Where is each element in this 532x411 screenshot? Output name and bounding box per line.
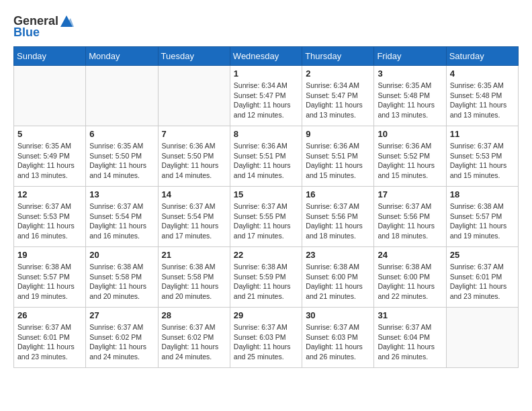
calendar-day-cell: 27Sunrise: 6:37 AM Sunset: 6:02 PM Dayli… bbox=[86, 308, 158, 368]
day-info: Sunrise: 6:37 AM Sunset: 5:54 PM Dayligh… bbox=[89, 201, 154, 241]
calendar-week-row: 1Sunrise: 6:34 AM Sunset: 5:47 PM Daylig… bbox=[14, 66, 519, 126]
calendar-day-cell: 4Sunrise: 6:35 AM Sunset: 5:48 PM Daylig… bbox=[446, 66, 518, 126]
weekday-header-thursday: Thursday bbox=[302, 47, 374, 66]
day-info: Sunrise: 6:37 AM Sunset: 6:01 PM Dayligh… bbox=[17, 322, 82, 362]
day-number: 13 bbox=[89, 189, 154, 199]
day-info: Sunrise: 6:36 AM Sunset: 5:51 PM Dayligh… bbox=[234, 141, 298, 181]
calendar-day-cell: 14Sunrise: 6:37 AM Sunset: 5:54 PM Dayli… bbox=[158, 187, 230, 247]
calendar-day-cell bbox=[14, 66, 86, 126]
calendar-day-cell: 1Sunrise: 6:34 AM Sunset: 5:47 PM Daylig… bbox=[230, 66, 302, 126]
calendar-day-cell: 25Sunrise: 6:37 AM Sunset: 6:01 PM Dayli… bbox=[446, 247, 518, 308]
day-info: Sunrise: 6:35 AM Sunset: 5:48 PM Dayligh… bbox=[378, 81, 442, 120]
day-number: 20 bbox=[89, 250, 154, 260]
calendar-day-cell: 18Sunrise: 6:38 AM Sunset: 5:57 PM Dayli… bbox=[446, 187, 518, 247]
calendar-day-cell: 9Sunrise: 6:36 AM Sunset: 5:51 PM Daylig… bbox=[302, 126, 374, 187]
weekday-header-sunday: Sunday bbox=[14, 47, 86, 66]
day-info: Sunrise: 6:36 AM Sunset: 5:51 PM Dayligh… bbox=[306, 141, 370, 181]
weekday-header-row: SundayMondayTuesdayWednesdayThursdayFrid… bbox=[14, 47, 519, 66]
day-number: 21 bbox=[162, 250, 226, 260]
calendar-day-cell: 16Sunrise: 6:37 AM Sunset: 5:56 PM Dayli… bbox=[302, 187, 374, 247]
day-info: Sunrise: 6:37 AM Sunset: 5:53 PM Dayligh… bbox=[450, 141, 515, 181]
calendar-day-cell: 11Sunrise: 6:37 AM Sunset: 5:53 PM Dayli… bbox=[446, 126, 518, 187]
calendar-day-cell: 22Sunrise: 6:38 AM Sunset: 5:59 PM Dayli… bbox=[230, 247, 302, 308]
calendar-day-cell: 20Sunrise: 6:38 AM Sunset: 5:58 PM Dayli… bbox=[86, 247, 158, 308]
day-info: Sunrise: 6:36 AM Sunset: 5:52 PM Dayligh… bbox=[378, 141, 442, 181]
day-number: 31 bbox=[378, 310, 442, 320]
day-number: 7 bbox=[162, 129, 226, 139]
weekday-header-saturday: Saturday bbox=[446, 47, 518, 66]
day-info: Sunrise: 6:37 AM Sunset: 6:01 PM Dayligh… bbox=[450, 262, 515, 302]
calendar-week-row: 26Sunrise: 6:37 AM Sunset: 6:01 PM Dayli… bbox=[14, 308, 519, 368]
day-info: Sunrise: 6:38 AM Sunset: 5:59 PM Dayligh… bbox=[234, 262, 298, 302]
calendar-week-row: 5Sunrise: 6:35 AM Sunset: 5:49 PM Daylig… bbox=[14, 126, 519, 187]
weekday-header-monday: Monday bbox=[86, 47, 158, 66]
day-info: Sunrise: 6:37 AM Sunset: 6:04 PM Dayligh… bbox=[378, 322, 442, 362]
calendar-day-cell: 29Sunrise: 6:37 AM Sunset: 6:03 PM Dayli… bbox=[230, 308, 302, 368]
day-number: 26 bbox=[17, 310, 82, 320]
day-info: Sunrise: 6:37 AM Sunset: 5:55 PM Dayligh… bbox=[234, 201, 298, 241]
day-info: Sunrise: 6:37 AM Sunset: 5:56 PM Dayligh… bbox=[378, 201, 442, 241]
day-number: 9 bbox=[306, 129, 370, 139]
calendar-day-cell: 5Sunrise: 6:35 AM Sunset: 5:49 PM Daylig… bbox=[14, 126, 86, 187]
calendar-day-cell: 8Sunrise: 6:36 AM Sunset: 5:51 PM Daylig… bbox=[230, 126, 302, 187]
logo-icon bbox=[59, 13, 74, 28]
calendar-day-cell: 7Sunrise: 6:36 AM Sunset: 5:50 PM Daylig… bbox=[158, 126, 230, 187]
day-number: 24 bbox=[378, 250, 442, 260]
day-number: 30 bbox=[306, 310, 370, 320]
day-number: 15 bbox=[234, 189, 298, 199]
day-info: Sunrise: 6:37 AM Sunset: 5:53 PM Dayligh… bbox=[17, 201, 82, 241]
day-info: Sunrise: 6:37 AM Sunset: 6:03 PM Dayligh… bbox=[234, 322, 298, 362]
day-number: 10 bbox=[378, 129, 442, 139]
day-info: Sunrise: 6:37 AM Sunset: 6:03 PM Dayligh… bbox=[306, 322, 370, 362]
day-number: 3 bbox=[378, 68, 442, 79]
calendar-day-cell bbox=[446, 308, 518, 368]
calendar-day-cell: 12Sunrise: 6:37 AM Sunset: 5:53 PM Dayli… bbox=[14, 187, 86, 247]
weekday-header-friday: Friday bbox=[374, 47, 446, 66]
weekday-header-tuesday: Tuesday bbox=[158, 47, 230, 66]
calendar-day-cell: 28Sunrise: 6:37 AM Sunset: 6:02 PM Dayli… bbox=[158, 308, 230, 368]
day-number: 8 bbox=[234, 129, 298, 139]
calendar-day-cell bbox=[158, 66, 230, 126]
day-number: 29 bbox=[234, 310, 298, 320]
calendar-day-cell: 31Sunrise: 6:37 AM Sunset: 6:04 PM Dayli… bbox=[374, 308, 446, 368]
calendar-day-cell: 3Sunrise: 6:35 AM Sunset: 5:48 PM Daylig… bbox=[374, 66, 446, 126]
day-number: 25 bbox=[450, 250, 515, 260]
calendar-day-cell: 19Sunrise: 6:38 AM Sunset: 5:57 PM Dayli… bbox=[14, 247, 86, 308]
calendar-day-cell bbox=[86, 66, 158, 126]
day-number: 1 bbox=[234, 68, 298, 79]
calendar-day-cell: 15Sunrise: 6:37 AM Sunset: 5:55 PM Dayli… bbox=[230, 187, 302, 247]
calendar-day-cell: 30Sunrise: 6:37 AM Sunset: 6:03 PM Dayli… bbox=[302, 308, 374, 368]
logo-blue-text: Blue bbox=[13, 26, 40, 40]
day-info: Sunrise: 6:35 AM Sunset: 5:50 PM Dayligh… bbox=[89, 141, 154, 181]
day-info: Sunrise: 6:38 AM Sunset: 6:00 PM Dayligh… bbox=[378, 262, 442, 302]
calendar-day-cell: 2Sunrise: 6:34 AM Sunset: 5:47 PM Daylig… bbox=[302, 66, 374, 126]
day-number: 2 bbox=[306, 68, 370, 79]
day-number: 22 bbox=[234, 250, 298, 260]
day-info: Sunrise: 6:36 AM Sunset: 5:50 PM Dayligh… bbox=[162, 141, 226, 181]
day-number: 12 bbox=[17, 189, 82, 199]
day-info: Sunrise: 6:37 AM Sunset: 6:02 PM Dayligh… bbox=[89, 322, 154, 362]
logo: General Blue bbox=[13, 13, 74, 40]
day-number: 6 bbox=[89, 129, 154, 139]
page-header: General Blue bbox=[13, 13, 519, 40]
day-info: Sunrise: 6:38 AM Sunset: 5:58 PM Dayligh… bbox=[162, 262, 226, 302]
day-number: 19 bbox=[17, 250, 82, 260]
day-info: Sunrise: 6:34 AM Sunset: 5:47 PM Dayligh… bbox=[306, 81, 370, 120]
day-number: 17 bbox=[378, 189, 442, 199]
day-number: 27 bbox=[89, 310, 154, 320]
calendar-day-cell: 17Sunrise: 6:37 AM Sunset: 5:56 PM Dayli… bbox=[374, 187, 446, 247]
day-info: Sunrise: 6:35 AM Sunset: 5:49 PM Dayligh… bbox=[17, 141, 82, 181]
day-info: Sunrise: 6:34 AM Sunset: 5:47 PM Dayligh… bbox=[234, 81, 298, 120]
day-number: 14 bbox=[162, 189, 226, 199]
calendar-day-cell: 10Sunrise: 6:36 AM Sunset: 5:52 PM Dayli… bbox=[374, 126, 446, 187]
day-number: 4 bbox=[450, 68, 515, 79]
calendar-table: SundayMondayTuesdayWednesdayThursdayFrid… bbox=[13, 46, 519, 368]
calendar-day-cell: 24Sunrise: 6:38 AM Sunset: 6:00 PM Dayli… bbox=[374, 247, 446, 308]
day-number: 5 bbox=[17, 129, 82, 139]
calendar-day-cell: 23Sunrise: 6:38 AM Sunset: 6:00 PM Dayli… bbox=[302, 247, 374, 308]
weekday-header-wednesday: Wednesday bbox=[230, 47, 302, 66]
calendar-day-cell: 6Sunrise: 6:35 AM Sunset: 5:50 PM Daylig… bbox=[86, 126, 158, 187]
day-info: Sunrise: 6:37 AM Sunset: 5:56 PM Dayligh… bbox=[306, 201, 370, 241]
day-info: Sunrise: 6:38 AM Sunset: 6:00 PM Dayligh… bbox=[306, 262, 370, 302]
calendar-week-row: 19Sunrise: 6:38 AM Sunset: 5:57 PM Dayli… bbox=[14, 247, 519, 308]
